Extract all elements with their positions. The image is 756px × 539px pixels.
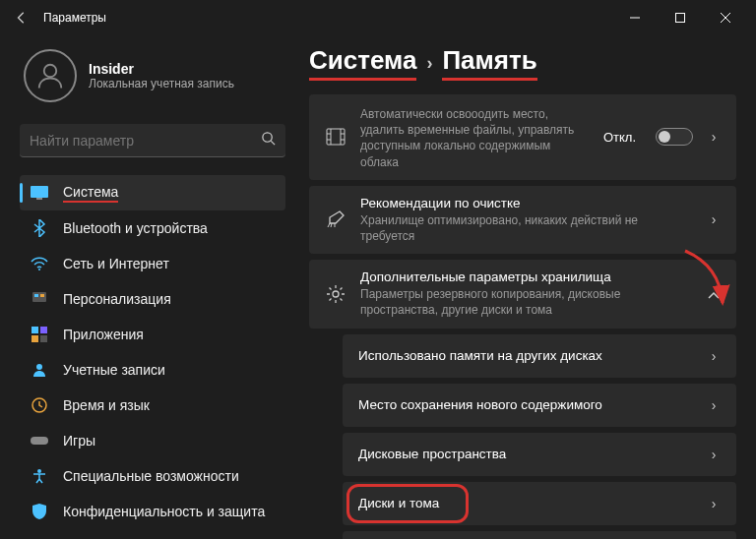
toggle-state: Откл. xyxy=(603,130,636,145)
card-storage-other-drives[interactable]: Использовано памяти на других дисках › xyxy=(343,334,736,378)
card-title: Место сохранения нового содержимого xyxy=(358,397,693,412)
sidebar-item-apps[interactable]: Приложения xyxy=(20,317,285,352)
search-input[interactable] xyxy=(30,133,261,149)
window-title: Параметры xyxy=(43,11,106,25)
apps-icon xyxy=(30,325,49,344)
svg-rect-1 xyxy=(676,14,685,23)
search-box[interactable] xyxy=(20,124,285,157)
clock-lang-icon xyxy=(30,395,49,415)
sidebar-item-label: Bluetooth и устройства xyxy=(63,220,208,236)
svg-rect-14 xyxy=(40,335,47,342)
card-cleanup-recommendations[interactable]: Рекомендации по очистке Хранилище оптими… xyxy=(309,186,736,254)
wifi-icon xyxy=(30,254,49,273)
chevron-right-icon: › xyxy=(426,53,432,74)
svg-point-2 xyxy=(44,65,57,78)
sidebar-item-label: Конфиденциальность и защита xyxy=(63,504,265,519)
broom-icon xyxy=(325,210,346,229)
sidebar-item-label: Время и язык xyxy=(63,397,150,413)
card-advanced-storage[interactable]: Дополнительные параметры хранилища Парам… xyxy=(309,260,736,328)
svg-rect-5 xyxy=(31,186,48,198)
chevron-right-icon: › xyxy=(707,397,721,413)
sidebar-item-label: Специальные возможности xyxy=(63,468,239,484)
svg-point-3 xyxy=(263,133,272,142)
sidebar-item-label: Сеть и Интернет xyxy=(63,256,169,271)
sidebar-item-bluetooth[interactable]: Bluetooth и устройства xyxy=(20,210,285,246)
svg-rect-19 xyxy=(327,129,345,145)
sidebar-item-label: Приложения xyxy=(63,327,144,342)
sidebar-item-label: Учетные записи xyxy=(63,362,165,378)
sidebar-item-privacy[interactable]: Конфиденциальность и защита xyxy=(20,494,285,529)
sidebar-item-accounts[interactable]: Учетные записи xyxy=(20,352,285,388)
sidebar: Insider Локальная учетная запись Система… xyxy=(0,35,295,539)
svg-rect-12 xyxy=(40,327,47,333)
card-sub: Хранилище оптимизировано, никаких действ… xyxy=(360,212,693,244)
sidebar-item-gaming[interactable]: Игры xyxy=(20,423,285,458)
sidebar-item-time-language[interactable]: Время и язык xyxy=(20,388,285,423)
maximize-button[interactable] xyxy=(658,0,703,35)
close-button[interactable] xyxy=(703,0,748,35)
gamepad-icon xyxy=(30,431,49,450)
chevron-right-icon: › xyxy=(707,496,721,511)
maximize-icon xyxy=(675,13,685,23)
card-title: Использовано памяти на других дисках xyxy=(358,348,693,363)
sidebar-item-personalization[interactable]: Персонализация xyxy=(20,281,285,317)
chevron-right-icon: › xyxy=(707,211,721,227)
avatar xyxy=(24,49,77,102)
breadcrumb: Система › Память xyxy=(309,45,736,81)
search-icon xyxy=(261,131,276,150)
card-title: Дополнительные параметры хранилища xyxy=(360,270,693,284)
svg-point-26 xyxy=(333,291,339,297)
sidebar-item-label: Система xyxy=(63,184,118,203)
card-storage-sense[interactable]: Автоматически освооодить место, удалить … xyxy=(309,94,736,180)
sidebar-item-accessibility[interactable]: Специальные возможности xyxy=(20,458,285,494)
display-icon xyxy=(30,183,49,203)
person-icon xyxy=(30,360,49,380)
svg-rect-10 xyxy=(40,294,44,297)
user-sub: Локальная учетная запись xyxy=(89,77,234,90)
titlebar: Параметры xyxy=(0,0,756,35)
sidebar-item-label: Персонализация xyxy=(63,291,171,307)
bluetooth-icon xyxy=(30,218,49,238)
svg-point-7 xyxy=(38,269,40,270)
svg-rect-13 xyxy=(32,335,38,342)
sidebar-item-network[interactable]: Сеть и Интернет xyxy=(20,246,285,281)
breadcrumb-storage: Память xyxy=(442,45,536,81)
main-content: Система › Память Автоматически освооодит… xyxy=(295,35,756,539)
svg-line-4 xyxy=(271,141,275,145)
card-disks-volumes[interactable]: Диски и тома › xyxy=(343,482,736,525)
card-storage-spaces[interactable]: Дисковые пространства › xyxy=(343,433,736,476)
svg-rect-11 xyxy=(32,327,38,333)
person-icon xyxy=(35,61,65,90)
breadcrumb-system[interactable]: Система xyxy=(309,45,416,81)
card-sub: Автоматически освооодить место, удалить … xyxy=(360,106,590,170)
nav-list: Система Bluetooth и устройства Сеть и Ин… xyxy=(20,175,285,539)
sidebar-item-system[interactable]: Система xyxy=(20,175,285,210)
film-icon xyxy=(325,127,346,147)
shield-icon xyxy=(30,502,49,521)
minimize-icon xyxy=(630,13,640,23)
user-account[interactable]: Insider Локальная учетная запись xyxy=(20,45,285,106)
storage-sense-toggle[interactable] xyxy=(656,128,693,146)
accessibility-icon xyxy=(30,466,49,486)
card-sub: Параметры резервного копирования, дисков… xyxy=(360,286,693,318)
chevron-right-icon: › xyxy=(707,348,721,364)
brush-icon xyxy=(30,289,49,309)
card-save-locations[interactable]: Место сохранения нового содержимого › xyxy=(343,384,736,427)
card-title: Диски и тома xyxy=(358,496,693,510)
svg-rect-6 xyxy=(36,198,42,200)
card-backup-options[interactable]: Параметры резервного копирования › xyxy=(343,531,736,540)
chevron-right-icon: › xyxy=(707,447,721,462)
svg-point-18 xyxy=(37,469,41,473)
user-name: Insider xyxy=(89,61,234,77)
chevron-right-icon: › xyxy=(707,129,721,145)
svg-rect-9 xyxy=(34,294,38,297)
gear-icon xyxy=(325,284,346,304)
card-title: Дисковые пространства xyxy=(358,447,693,461)
arrow-left-icon xyxy=(15,11,29,25)
chevron-up-icon xyxy=(707,286,721,302)
sidebar-item-label: Игры xyxy=(63,433,95,449)
back-button[interactable] xyxy=(8,11,35,25)
close-icon xyxy=(721,13,730,23)
svg-point-15 xyxy=(36,364,42,370)
minimize-button[interactable] xyxy=(612,0,658,35)
